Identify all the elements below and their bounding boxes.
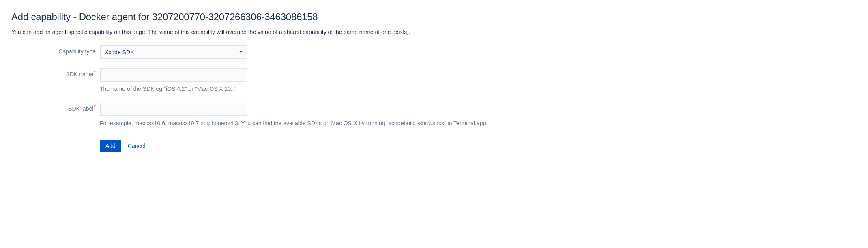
field-sdk-name: SDK name* The name of the SDK eg "iOS 4.…: [11, 68, 857, 101]
field-sdk-label: SDK label* For example, macosx10.6, maco…: [11, 103, 857, 136]
required-indicator: *: [94, 69, 96, 75]
add-button[interactable]: Add: [100, 140, 121, 152]
sdk-label-label: SDK label: [68, 105, 93, 112]
capability-form: Capability type Xcode SDK SDK name* The …: [11, 45, 857, 154]
field-capability-type: Capability type Xcode SDK: [11, 45, 857, 66]
sdk-label-help: For example, macosx10.6, macosx10.7 or i…: [100, 120, 857, 128]
page-description: You can add an agent-specific capability…: [11, 28, 857, 36]
capability-type-select[interactable]: Xcode SDK: [100, 45, 247, 59]
sdk-name-help: The name of the SDK eg "iOS 4.2" or "Mac…: [100, 85, 857, 93]
form-actions: Add Cancel: [11, 137, 857, 154]
capability-type-label: Capability type: [58, 48, 96, 55]
page-title: Add capability - Docker agent for 320720…: [11, 11, 857, 23]
sdk-name-input[interactable]: [100, 68, 247, 82]
sdk-label-input[interactable]: [100, 103, 247, 116]
sdk-name-label: SDK name: [66, 71, 94, 77]
required-indicator: *: [94, 104, 96, 110]
cancel-link[interactable]: Cancel: [126, 140, 147, 152]
